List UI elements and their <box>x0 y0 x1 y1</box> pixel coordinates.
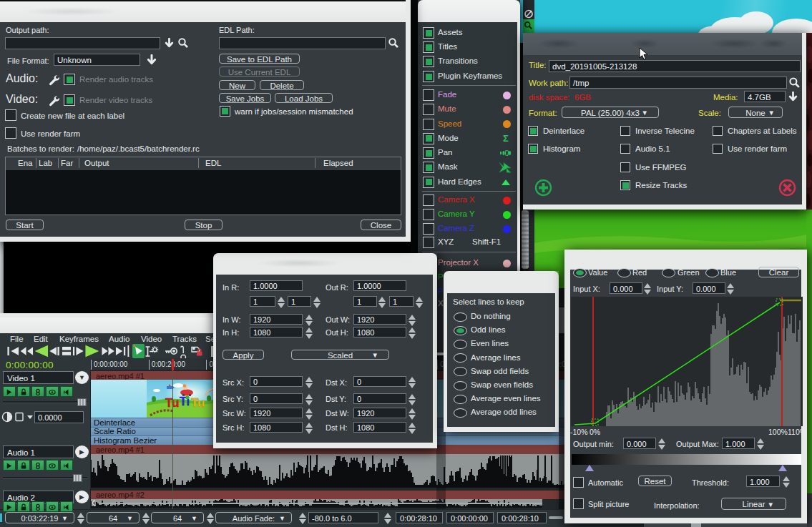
svg-text:Tu: Tu <box>191 396 205 410</box>
svg-text:Ti: Ti <box>180 395 190 408</box>
svg-text:Tu: Tu <box>165 396 180 410</box>
